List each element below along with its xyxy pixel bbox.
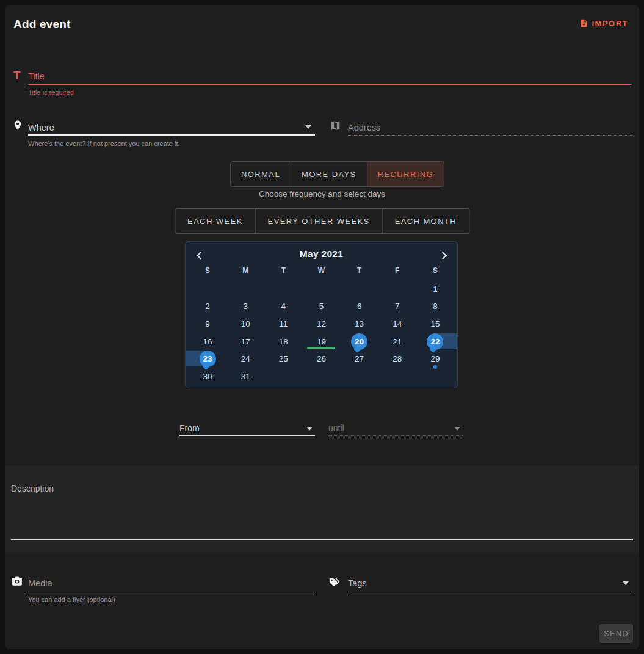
calendar-day-number: 26 <box>317 354 326 363</box>
today-indicator <box>307 347 335 349</box>
calendar-day-number: 8 <box>433 302 438 311</box>
calendar-day-number: 29 <box>430 354 440 363</box>
calendar-day-14[interactable]: 14 <box>378 315 416 333</box>
media-underline <box>28 592 315 592</box>
calendar-day-header: S <box>189 266 226 275</box>
map-icon <box>330 120 341 134</box>
calendar-day-24[interactable]: 24 <box>226 350 264 368</box>
calendar-empty-cell <box>341 368 378 385</box>
calendar-day-17[interactable]: 17 <box>226 333 264 351</box>
calendar-day-18[interactable]: 18 <box>264 333 302 351</box>
calendar-month-label: May 2021 <box>186 249 457 260</box>
tags-select[interactable]: Tags <box>348 578 367 588</box>
event-type-tabs: NORMALMORE DAYSRECURRING <box>230 161 444 187</box>
calendar-day-26[interactable]: 26 <box>302 350 340 368</box>
calendar-day-11[interactable]: 11 <box>264 315 302 333</box>
calendar-day-9[interactable]: 9 <box>189 315 226 333</box>
title-field[interactable]: T Title Title is required <box>12 68 632 99</box>
calendar-day-28[interactable]: 28 <box>378 350 416 368</box>
calendar-day-4[interactable]: 4 <box>264 298 302 316</box>
tab-normal[interactable]: NORMAL <box>230 161 291 187</box>
tags-dropdown-arrow-icon[interactable] <box>623 581 629 585</box>
address-underline <box>348 135 632 136</box>
tags-field[interactable]: Tags <box>328 575 632 600</box>
from-time-field[interactable]: From <box>179 421 315 437</box>
calendar-day-number: 15 <box>430 319 440 329</box>
address-field[interactable]: Address <box>330 120 632 144</box>
chevron-right-icon <box>439 252 447 260</box>
calendar-day-headers: SMTWTFS <box>189 266 454 275</box>
description-field[interactable]: Description <box>5 465 639 553</box>
tab-more-days[interactable]: MORE DAYS <box>291 161 367 187</box>
until-time-field[interactable]: until <box>328 421 463 437</box>
calendar-day-27[interactable]: 27 <box>341 350 378 368</box>
calendar-day-16[interactable]: 16 <box>189 333 226 351</box>
frequency-option-each-week[interactable]: EACH WEEK <box>175 208 256 234</box>
calendar-day-number: 12 <box>317 319 326 329</box>
where-select[interactable]: Where <box>28 123 54 133</box>
calendar-day-8[interactable]: 8 <box>416 298 454 316</box>
calendar-day-1[interactable]: 1 <box>416 280 454 298</box>
calendar-day-7[interactable]: 7 <box>378 298 416 316</box>
page-title: Add event <box>13 18 71 31</box>
calendar-empty-cell <box>302 368 340 385</box>
calendar-day-15[interactable]: 15 <box>416 315 454 333</box>
until-underline <box>328 435 463 436</box>
calendar-day-20[interactable]: 20 <box>341 333 378 351</box>
calendar-day-header: S <box>416 266 454 275</box>
where-helper-text: Where's the event? If not present you ca… <box>28 140 180 147</box>
media-field[interactable]: Media You can add a flyer (optional) <box>11 575 315 606</box>
calendar-day-12[interactable]: 12 <box>302 315 340 333</box>
where-underline <box>28 134 315 136</box>
description-input[interactable]: Description <box>11 484 54 493</box>
calendar-day-number: 25 <box>279 354 288 363</box>
media-input[interactable]: Media <box>28 578 52 588</box>
calendar-day-header: F <box>378 266 416 275</box>
description-underline <box>11 539 633 540</box>
calendar-day-number: 5 <box>319 302 324 311</box>
calendar-day-31[interactable]: 31 <box>226 368 264 385</box>
calendar-day-22[interactable]: 22 <box>416 333 454 351</box>
calendar-day-number: 30 <box>203 372 212 381</box>
location-pin-icon <box>12 120 23 133</box>
calendar-day-number: 7 <box>395 302 400 311</box>
calendar-day-number: 24 <box>241 354 250 363</box>
calendar-day-number: 6 <box>357 302 362 311</box>
title-input[interactable]: Title <box>28 71 45 81</box>
frequency-option-every-other-weeks[interactable]: EVERY OTHER WEEKS <box>255 208 383 234</box>
calendar-empty-cell <box>264 368 302 385</box>
calendar-day-2[interactable]: 2 <box>189 298 226 316</box>
calendar-day-21[interactable]: 21 <box>378 333 416 351</box>
address-input[interactable]: Address <box>348 123 380 133</box>
from-dropdown-arrow-icon[interactable] <box>306 427 313 431</box>
calendar-day-number: 23 <box>200 351 216 367</box>
calendar-day-30[interactable]: 30 <box>189 368 226 385</box>
calendar-empty-cell <box>302 280 340 298</box>
calendar-day-19[interactable]: 19 <box>302 333 340 351</box>
calendar-day-5[interactable]: 5 <box>302 298 340 316</box>
until-select[interactable]: until <box>328 423 344 433</box>
calendar-day-3[interactable]: 3 <box>226 298 264 316</box>
calendar-day-25[interactable]: 25 <box>264 350 302 368</box>
camera-icon <box>11 575 23 589</box>
calendar-day-number: 16 <box>203 337 212 346</box>
where-dropdown-arrow-icon[interactable] <box>305 125 311 129</box>
calendar-empty-cell <box>378 280 416 298</box>
calendar-day-10[interactable]: 10 <box>226 315 264 333</box>
calendar-next-month-button[interactable] <box>438 249 450 261</box>
calendar-day-6[interactable]: 6 <box>341 298 378 316</box>
send-button[interactable]: SEND <box>599 624 633 643</box>
calendar-day-29[interactable]: 29 <box>416 350 454 368</box>
from-select[interactable]: From <box>179 423 200 433</box>
title-text-icon: T <box>13 69 21 82</box>
calendar-day-13[interactable]: 13 <box>341 315 378 333</box>
import-button[interactable]: IMPORT <box>579 18 628 28</box>
calendar-day-number: 9 <box>205 319 210 329</box>
calendar-day-header: T <box>264 266 302 275</box>
calendar-empty-cell <box>378 368 416 385</box>
tab-recurring[interactable]: RECURRING <box>367 161 444 187</box>
calendar-day-23[interactable]: 23 <box>189 350 226 368</box>
calendar-grid: 1234567891011121314151617181920212223242… <box>189 280 454 385</box>
where-field[interactable]: Where Where's the event? If not present … <box>12 120 315 149</box>
frequency-option-each-month[interactable]: EACH MONTH <box>382 208 469 234</box>
